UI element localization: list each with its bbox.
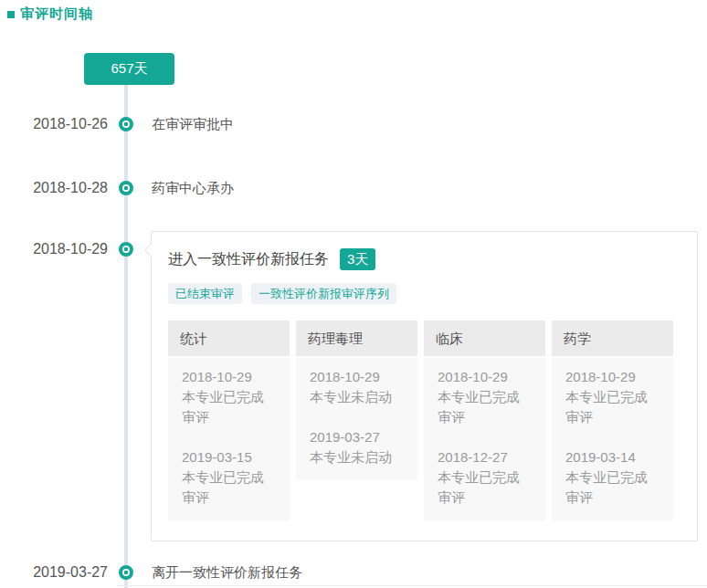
section-title: 审评时间轴: [20, 5, 93, 23]
column-body: 2018-10-29 本专业已完成审评 2018-12-27 本专业已完成审评: [424, 358, 545, 520]
review-column-pharmacy: 药学 2018-10-29 本专业已完成审评 2019-03-14 本专业已完成…: [552, 320, 673, 520]
event-label: 药审中心承办: [152, 177, 234, 199]
review-entry: 2019-03-14 本专业已完成审评: [565, 447, 660, 508]
entry-date: 2018-12-27: [438, 447, 532, 467]
event-date: 2019-03-27: [0, 562, 108, 583]
section-header: 审评时间轴: [7, 5, 93, 23]
timeline-event-4: 2019-03-27 离开一致性评价新报任务: [0, 562, 707, 583]
review-columns: 统计 2018-10-29 本专业已完成审评 2019-03-15 本专业已完成…: [168, 320, 681, 520]
timeline-event-2: 2018-10-28 药审中心承办: [0, 177, 707, 199]
review-column-pharmacology-toxicology: 药理毒理 2018-10-29 本专业未启动 2019-03-27 本专业未启动: [296, 320, 417, 480]
entry-date: 2018-10-29: [182, 367, 276, 387]
status-tag: 已结束审评: [168, 283, 242, 304]
timeline-axis-line: [124, 85, 128, 588]
entry-date: 2019-03-14: [565, 447, 660, 467]
event-date: 2018-10-28: [0, 177, 108, 199]
timeline-dot-icon: [119, 565, 133, 580]
column-body: 2018-10-29 本专业未启动 2019-03-27 本专业未启动: [296, 358, 417, 480]
entry-status: 本专业已完成审评: [438, 467, 532, 508]
entry-status: 本专业已完成审评: [182, 387, 276, 427]
next-section-divider: [117, 585, 707, 586]
entry-date: 2018-10-29: [565, 367, 660, 387]
total-duration-badge: 657天: [84, 53, 174, 85]
column-body: 2018-10-29 本专业已完成审评 2019-03-14 本专业已完成审评: [552, 358, 673, 520]
section-bullet-icon: [7, 11, 15, 18]
entry-status: 本专业已完成审评: [438, 387, 532, 427]
timeline-event-1: 2018-10-26 在审评审批中: [0, 113, 707, 135]
card-title: 进入一致性评价新报任务: [168, 250, 329, 269]
review-entry: 2018-10-29 本专业未启动: [310, 367, 404, 407]
review-column-statistics: 统计 2018-10-29 本专业已完成审评 2019-03-15 本专业已完成…: [168, 320, 290, 520]
review-entry: 2019-03-27 本专业未启动: [310, 427, 404, 467]
entry-status: 本专业已完成审评: [182, 467, 276, 508]
entry-status: 本专业未启动: [310, 447, 404, 467]
review-entry: 2019-03-15 本专业已完成审评: [182, 447, 276, 508]
entry-status: 本专业已完成审评: [565, 467, 660, 508]
entry-date: 2019-03-15: [182, 447, 276, 467]
entry-date: 2018-10-29: [438, 367, 532, 387]
event-detail-card: 进入一致性评价新报任务 3天 已结束审评 一致性评价新报审评序列 统计 2018…: [151, 231, 698, 541]
event-date: 2018-10-29: [0, 238, 108, 260]
review-timeline-page: 审评时间轴 657天 2018-10-26 在审评审批中 2018-10-28 …: [0, 0, 707, 588]
card-tags: 已结束审评 一致性评价新报审评序列: [168, 283, 681, 304]
event-label: 在审评审批中: [152, 113, 234, 135]
column-header: 药理毒理: [296, 320, 417, 356]
review-entry: 2018-12-27 本专业已完成审评: [438, 447, 532, 508]
entry-status: 本专业已完成审评: [565, 387, 660, 427]
review-entry: 2018-10-29 本专业已完成审评: [182, 367, 276, 427]
column-header: 统计: [168, 320, 290, 356]
column-body: 2018-10-29 本专业已完成审评 2019-03-15 本专业已完成审评: [168, 358, 290, 520]
card-duration-badge: 3天: [340, 248, 375, 270]
column-header: 药学: [552, 320, 673, 356]
review-entry: 2018-10-29 本专业已完成审评: [565, 367, 660, 427]
timeline-dot-icon: [119, 181, 133, 195]
entry-date: 2018-10-29: [310, 367, 404, 387]
event-date: 2018-10-26: [0, 113, 108, 135]
timeline-dot-icon: [119, 117, 133, 131]
sequence-tag: 一致性评价新报审评序列: [251, 283, 396, 304]
event-label: 离开一致性评价新报任务: [152, 562, 302, 583]
review-entry: 2018-10-29 本专业已完成审评: [438, 367, 532, 427]
entry-status: 本专业未启动: [310, 387, 404, 407]
review-column-clinical: 临床 2018-10-29 本专业已完成审评 2018-12-27 本专业已完成…: [424, 320, 545, 520]
timeline-dot-icon: [119, 242, 133, 257]
card-header: 进入一致性评价新报任务 3天: [168, 248, 681, 270]
entry-date: 2019-03-27: [310, 427, 404, 447]
column-header: 临床: [424, 320, 545, 356]
card-caret-icon: [145, 243, 153, 257]
